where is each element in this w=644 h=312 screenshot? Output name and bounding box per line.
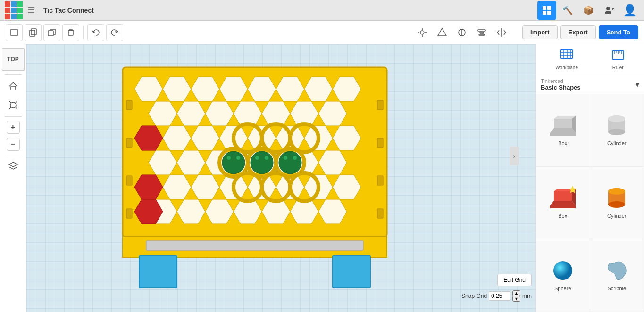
ruler-icon [611, 49, 625, 64]
grid-view-button[interactable] [537, 1, 556, 20]
svg-rect-110 [377, 209, 383, 218]
dropdown-arrow-icon: ▾ [636, 80, 639, 89]
edit-grid-button[interactable]: Edit Grid [497, 274, 532, 286]
svg-rect-0 [543, 6, 546, 10]
ruler-button[interactable]: Ruler [608, 47, 628, 72]
ruler-label: Ruler [612, 65, 624, 70]
scribble-icon [606, 260, 627, 283]
svg-rect-107 [377, 100, 383, 110]
shape-item-box-red[interactable]: ⭐ Box [536, 167, 590, 239]
send-to-button[interactable]: Send To [599, 25, 638, 39]
flip-icon[interactable] [493, 24, 510, 41]
zoom-fit-icon[interactable] [6, 98, 21, 113]
svg-line-26 [9, 101, 11, 103]
shape-item-cylinder-grey-1[interactable]: Cylinder [590, 94, 644, 167]
layers-icon[interactable] [6, 159, 21, 174]
svg-point-92 [279, 151, 301, 174]
hamburger-icon[interactable]: ☰ [27, 5, 35, 16]
svg-point-91 [251, 151, 273, 174]
add-user-button[interactable] [600, 1, 619, 20]
panel-collapse-button[interactable]: › [510, 147, 519, 165]
svg-point-96 [265, 156, 268, 160]
new-button[interactable] [6, 24, 23, 41]
svg-rect-20 [478, 30, 485, 31]
svg-marker-124 [554, 119, 572, 128]
shape-sphere-label: Sphere [554, 286, 571, 291]
svg-marker-123 [550, 128, 576, 136]
svg-point-139 [553, 261, 572, 280]
shapes-dropdown[interactable]: Tinkercad Basic Shapes ▾ [536, 75, 644, 94]
svg-rect-104 [126, 138, 132, 148]
svg-rect-1 [547, 6, 551, 10]
snap-grid-label: Snap Grid [461, 293, 487, 299]
import-button[interactable]: Import [522, 25, 557, 39]
svg-rect-111 [560, 50, 573, 58]
svg-rect-7 [11, 29, 17, 36]
svg-point-98 [293, 156, 297, 160]
shapes-category: Tinkercad [541, 78, 581, 84]
main-area: TOP + − [0, 44, 644, 312]
shapes-name: Basic Shapes [541, 84, 581, 91]
sidebar-separator-2 [5, 116, 22, 117]
svg-rect-105 [126, 176, 132, 185]
canvas-area[interactable]: Edit Grid Snap Grid ▲ ▼ mm [26, 44, 535, 312]
shape-icon[interactable] [434, 24, 451, 41]
sidebar-separator-1 [5, 74, 22, 75]
snap-value-input[interactable] [489, 291, 510, 301]
svg-rect-102 [333, 256, 370, 288]
mirror-icon[interactable] [453, 24, 470, 41]
svg-rect-2 [543, 11, 546, 15]
svg-point-95 [255, 156, 259, 160]
svg-point-90 [222, 151, 245, 174]
zoom-out-button[interactable]: − [7, 138, 20, 151]
align-icon[interactable] [473, 24, 490, 41]
topbar-right: 🔨 📦 👤 [537, 1, 639, 20]
svg-rect-3 [547, 11, 551, 15]
svg-marker-30 [9, 162, 17, 167]
svg-rect-106 [126, 209, 132, 218]
sidebar-separator-3 [5, 155, 22, 155]
copy-button[interactable] [25, 24, 42, 41]
topbar: ☰ Tic Tac Connect 🔨 📦 👤 [0, 0, 644, 21]
shape-item-box-grey-1[interactable]: Box [536, 94, 590, 167]
undo-button[interactable] [87, 24, 104, 41]
svg-marker-125 [554, 116, 576, 119]
toolbar-separator [83, 26, 84, 39]
svg-marker-131 [550, 201, 576, 208]
view-cube[interactable]: TOP [2, 48, 25, 71]
svg-marker-17 [438, 28, 446, 36]
left-sidebar: TOP + − [0, 44, 26, 312]
shape-item-sphere[interactable]: Sphere [536, 239, 590, 312]
snap-unit-label: mm [522, 293, 532, 299]
cylinder-orange-icon [606, 188, 627, 210]
zoom-in-button[interactable]: + [7, 121, 20, 134]
svg-rect-100 [146, 241, 363, 250]
svg-point-25 [10, 102, 16, 108]
svg-point-129 [608, 129, 625, 135]
duplicate-button[interactable] [43, 24, 60, 41]
svg-rect-8 [31, 29, 36, 35]
profile-button[interactable]: 👤 [620, 1, 639, 20]
shape-cylinder-grey-1-label: Cylinder [607, 140, 626, 146]
build-button[interactable]: 🔨 [558, 1, 577, 20]
panel-top-actions: Workplane Ruler [536, 44, 644, 75]
svg-point-93 [227, 156, 231, 160]
shape-item-cylinder-orange[interactable]: Cylinder [590, 167, 644, 239]
snap-down-button[interactable]: ▼ [512, 296, 520, 302]
workplane-button[interactable]: Workplane [552, 47, 582, 72]
snap-up-button[interactable]: ▲ [512, 290, 520, 296]
svg-rect-10 [48, 31, 53, 36]
shape-item-scribble[interactable]: Scribble [590, 239, 644, 312]
light-icon[interactable] [414, 24, 431, 41]
svg-rect-101 [139, 256, 177, 288]
toolbar: Import Export Send To [0, 21, 644, 44]
svg-rect-103 [126, 100, 132, 110]
codeblocks-button[interactable]: 📦 [579, 1, 598, 20]
workplane-icon [560, 49, 574, 64]
delete-button[interactable] [62, 24, 79, 41]
home-icon[interactable] [6, 79, 21, 94]
tinkercad-logo[interactable] [5, 1, 23, 19]
cylinder-grey-icon [606, 115, 627, 138]
redo-button[interactable] [106, 24, 123, 41]
export-button[interactable]: Export [560, 25, 596, 39]
